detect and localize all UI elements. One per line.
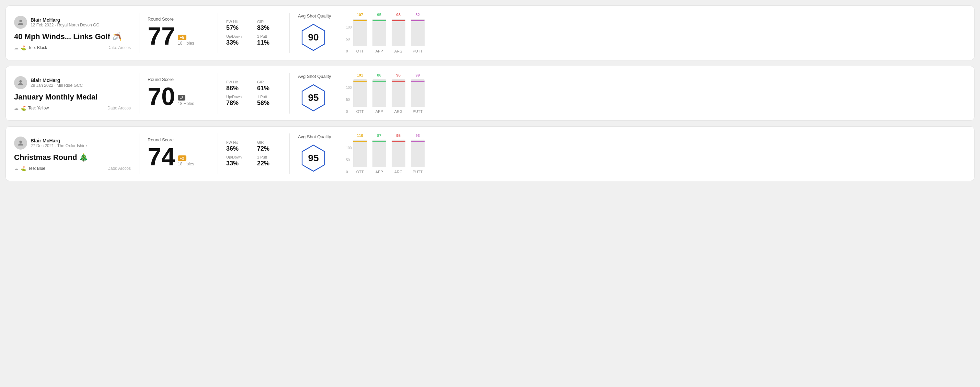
stats-grid: FW Hit 86% GIR 61% Up/Down 78% 1 Putt 56… [226, 80, 281, 107]
score-badge: +2 18 Holes [178, 155, 194, 169]
round-card: Blair McHarg 12 Feb 2022 · Royal North D… [5, 5, 975, 60]
date-course: 12 Feb 2022 · Royal North Devon GC [30, 23, 99, 27]
round-title: Christmas Round 🎄 [14, 153, 131, 162]
round-card: Blair McHarg 29 Jan 2022 · Mill Ride GCC… [5, 66, 975, 121]
score-section: Round Score 77 +5 18 Holes [148, 16, 209, 50]
data-source: Data: Arccos [107, 106, 131, 111]
holes-label: 18 Holes [178, 41, 194, 46]
holes-label: 18 Holes [178, 162, 194, 167]
data-source: Data: Arccos [107, 45, 131, 50]
score-row: 77 +5 18 Holes [148, 24, 209, 48]
user-info: Blair McHarg 12 Feb 2022 · Royal North D… [30, 17, 99, 27]
divider-3 [290, 13, 290, 53]
round-card: Blair McHarg 27 Dec 2021 · The Oxfordshi… [5, 126, 975, 181]
bar-group-putt: 82 PUTT [411, 13, 425, 53]
tee-label: Tee: Blue [28, 166, 45, 171]
person-icon [17, 19, 24, 26]
score-row: 70 -2 18 Holes [148, 84, 209, 109]
hexagon-container: 90 [298, 22, 329, 53]
user-row: Blair McHarg 29 Jan 2022 · Mill Ride GCC [14, 76, 131, 89]
score-label: Round Score [148, 137, 209, 143]
score-badge: +5 18 Holes [178, 35, 194, 48]
left-section: Blair McHarg 12 Feb 2022 · Royal North D… [14, 16, 131, 51]
tee-info: ☁ ⛳ Tee: Yellow [14, 106, 49, 111]
stats-section: FW Hit 57% GIR 83% Up/Down 33% 1 Putt 11… [226, 19, 281, 46]
golf-icon: ⛳ [21, 166, 26, 171]
stats-grid: FW Hit 57% GIR 83% Up/Down 33% 1 Putt 11… [226, 19, 281, 46]
stat-fw-hit: FW Hit 86% [226, 80, 250, 92]
bar-group-app: 86 APP [372, 73, 386, 114]
avatar [14, 16, 27, 29]
svg-point-2 [19, 140, 22, 143]
stat-fw-hit: FW Hit 57% [226, 19, 250, 32]
stats-section: FW Hit 36% GIR 72% Up/Down 33% 1 Putt 22… [226, 140, 281, 167]
tee-label: Tee: Yellow [28, 106, 49, 111]
user-info: Blair McHarg 27 Dec 2021 · The Oxfordshi… [30, 138, 87, 148]
divider-1 [139, 13, 139, 53]
stats-section: FW Hit 86% GIR 61% Up/Down 78% 1 Putt 56… [226, 80, 281, 107]
svg-point-0 [19, 19, 22, 22]
score-number: 77 [148, 24, 175, 48]
golf-icon: ⛳ [21, 45, 26, 51]
chart-section: 100 50 0 107 OTT 95 APP 98 [339, 13, 966, 53]
score-row: 74 +2 18 Holes [148, 144, 209, 169]
person-icon [17, 139, 24, 147]
svg-point-1 [19, 80, 22, 82]
stat-gir: GIR 61% [257, 80, 281, 92]
quality-section: Avg Shot Quality 95 [298, 134, 339, 174]
bottom-row: ☁ ⛳ Tee: Yellow Data: Arccos [14, 106, 131, 111]
divider-2 [218, 133, 218, 174]
cloud-icon: ☁ [14, 106, 19, 111]
bar-group-putt: 99 PUTT [411, 73, 425, 114]
score-label: Round Score [148, 77, 209, 82]
tee-info: ☁ ⛳ Tee: Black [14, 45, 47, 51]
divider-1 [139, 73, 139, 114]
stat-one-putt: 1 Putt 11% [257, 34, 281, 46]
bottom-row: ☁ ⛳ Tee: Blue Data: Arccos [14, 166, 131, 171]
bar-group-app: 95 APP [372, 13, 386, 53]
left-section: Blair McHarg 27 Dec 2021 · The Oxfordshi… [14, 136, 131, 171]
score-number: 74 [148, 144, 175, 169]
quality-label: Avg Shot Quality [298, 13, 331, 19]
bar-group-ott: 107 OTT [353, 13, 367, 53]
divider-3 [290, 133, 290, 174]
hex-score: 95 [308, 153, 318, 163]
user-row: Blair McHarg 27 Dec 2021 · The Oxfordshi… [14, 136, 131, 149]
divider-1 [139, 133, 139, 174]
bar-group-putt: 93 PUTT [411, 133, 425, 174]
stat-gir: GIR 72% [257, 140, 281, 152]
stat-gir: GIR 83% [257, 19, 281, 32]
round-title: 40 Mph Winds... Links Golf 🪃 [14, 32, 131, 41]
quality-label: Avg Shot Quality [298, 134, 331, 139]
user-name: Blair McHarg [30, 17, 99, 23]
tee-info: ☁ ⛳ Tee: Blue [14, 166, 45, 171]
cloud-icon: ☁ [14, 166, 19, 171]
round-title: January Monthly Medal [14, 93, 131, 102]
bar-group-arg: 95 ARG [391, 133, 406, 174]
hex-score: 95 [308, 92, 318, 103]
tee-label: Tee: Black [28, 45, 47, 50]
bar-group-app: 87 APP [372, 133, 386, 174]
stat-up-down: Up/Down 33% [226, 34, 250, 46]
bar-group-arg: 96 ARG [391, 73, 406, 114]
cloud-icon: ☁ [14, 45, 19, 51]
stat-up-down: Up/Down 78% [226, 95, 250, 107]
hex-score: 90 [308, 32, 318, 43]
hexagon-container: 95 [298, 82, 329, 113]
user-name: Blair McHarg [30, 78, 83, 83]
bar-group-ott: 110 OTT [353, 133, 367, 174]
date-course: 29 Jan 2022 · Mill Ride GCC [30, 83, 83, 88]
stats-grid: FW Hit 36% GIR 72% Up/Down 33% 1 Putt 22… [226, 140, 281, 167]
golf-icon: ⛳ [21, 106, 26, 111]
user-row: Blair McHarg 12 Feb 2022 · Royal North D… [14, 16, 131, 29]
divider-2 [218, 73, 218, 114]
avatar [14, 76, 27, 89]
score-section: Round Score 70 -2 18 Holes [148, 77, 209, 110]
person-icon [17, 79, 24, 86]
quality-section: Avg Shot Quality 95 [298, 74, 339, 113]
divider-3 [290, 73, 290, 114]
score-badge: -2 18 Holes [178, 95, 194, 109]
score-diff-badge: -2 [178, 95, 185, 100]
bar-group-ott: 101 OTT [353, 73, 367, 114]
bottom-row: ☁ ⛳ Tee: Black Data: Arccos [14, 45, 131, 51]
